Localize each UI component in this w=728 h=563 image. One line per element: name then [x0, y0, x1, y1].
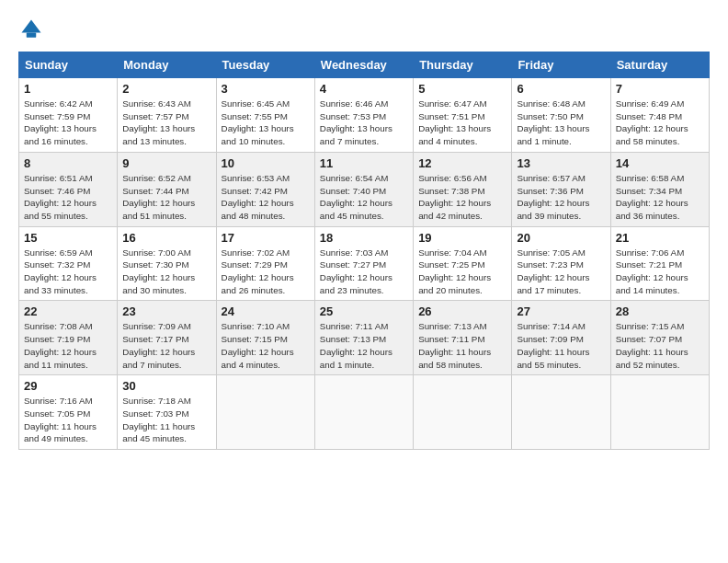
calendar-day-cell: 2Sunrise: 6:43 AM Sunset: 7:57 PM Daylig… — [118, 78, 216, 153]
logo-icon — [18, 17, 44, 42]
calendar-day-cell: 13Sunrise: 6:57 AM Sunset: 7:36 PM Dayli… — [512, 152, 610, 226]
calendar-day-cell: 29Sunrise: 7:16 AM Sunset: 7:05 PM Dayli… — [19, 375, 118, 450]
day-number: 15 — [24, 231, 112, 245]
day-number: 11 — [320, 156, 408, 170]
day-number: 8 — [24, 156, 112, 170]
day-detail: Sunrise: 7:03 AM Sunset: 7:27 PM Dayligh… — [320, 247, 408, 297]
day-number: 26 — [418, 304, 506, 318]
day-number: 3 — [222, 82, 310, 96]
day-detail: Sunrise: 6:58 AM Sunset: 7:34 PM Dayligh… — [616, 172, 704, 223]
calendar-day-cell: 3Sunrise: 6:45 AM Sunset: 7:55 PM Daylig… — [216, 78, 314, 153]
day-detail: Sunrise: 7:09 AM Sunset: 7:17 PM Dayligh… — [122, 320, 210, 371]
day-number: 28 — [616, 304, 704, 318]
calendar-week-row: 15Sunrise: 6:59 AM Sunset: 7:32 PM Dayli… — [19, 226, 710, 301]
weekday-header-wednesday: Wednesday — [314, 52, 413, 78]
day-detail: Sunrise: 7:16 AM Sunset: 7:05 PM Dayligh… — [24, 395, 112, 445]
calendar-day-cell: 17Sunrise: 7:02 AM Sunset: 7:29 PM Dayli… — [216, 226, 314, 301]
calendar-day-cell: 15Sunrise: 6:59 AM Sunset: 7:32 PM Dayli… — [19, 226, 118, 301]
day-detail: Sunrise: 6:48 AM Sunset: 7:50 PM Dayligh… — [517, 98, 605, 148]
day-number: 30 — [122, 379, 210, 393]
day-number: 27 — [517, 304, 605, 318]
calendar-day-cell: 20Sunrise: 7:05 AM Sunset: 7:23 PM Dayli… — [512, 226, 610, 301]
empty-cell — [314, 375, 413, 450]
calendar-day-cell: 16Sunrise: 7:00 AM Sunset: 7:30 PM Dayli… — [118, 226, 216, 301]
day-detail: Sunrise: 7:10 AM Sunset: 7:15 PM Dayligh… — [222, 320, 310, 371]
calendar-day-cell: 5Sunrise: 6:47 AM Sunset: 7:51 PM Daylig… — [414, 78, 512, 153]
calendar-week-row: 8Sunrise: 6:51 AM Sunset: 7:46 PM Daylig… — [19, 152, 710, 226]
day-detail: Sunrise: 6:52 AM Sunset: 7:44 PM Dayligh… — [122, 172, 210, 223]
day-number: 7 — [616, 82, 704, 96]
day-number: 25 — [320, 304, 408, 318]
day-number: 21 — [616, 231, 704, 245]
calendar-day-cell: 28Sunrise: 7:15 AM Sunset: 7:07 PM Dayli… — [610, 301, 709, 375]
weekday-header-saturday: Saturday — [610, 52, 709, 78]
calendar-day-cell: 14Sunrise: 6:58 AM Sunset: 7:34 PM Dayli… — [610, 152, 709, 226]
calendar-day-cell: 6Sunrise: 6:48 AM Sunset: 7:50 PM Daylig… — [512, 78, 610, 153]
calendar-day-cell: 24Sunrise: 7:10 AM Sunset: 7:15 PM Dayli… — [216, 301, 314, 375]
empty-cell — [414, 375, 512, 450]
day-detail: Sunrise: 7:04 AM Sunset: 7:25 PM Dayligh… — [418, 247, 506, 297]
day-detail: Sunrise: 7:00 AM Sunset: 7:30 PM Dayligh… — [122, 247, 210, 297]
day-number: 12 — [418, 156, 506, 170]
calendar-day-cell: 4Sunrise: 6:46 AM Sunset: 7:53 PM Daylig… — [314, 78, 413, 153]
day-detail: Sunrise: 6:59 AM Sunset: 7:32 PM Dayligh… — [24, 247, 112, 297]
day-number: 5 — [418, 82, 506, 96]
day-number: 2 — [122, 82, 210, 96]
calendar-week-row: 29Sunrise: 7:16 AM Sunset: 7:05 PM Dayli… — [19, 375, 710, 450]
day-detail: Sunrise: 6:47 AM Sunset: 7:51 PM Dayligh… — [418, 98, 506, 148]
day-number: 22 — [24, 304, 112, 318]
calendar-day-cell: 12Sunrise: 6:56 AM Sunset: 7:38 PM Dayli… — [414, 152, 512, 226]
day-number: 14 — [616, 156, 704, 170]
day-detail: Sunrise: 7:15 AM Sunset: 7:07 PM Dayligh… — [616, 320, 704, 371]
calendar-day-cell: 18Sunrise: 7:03 AM Sunset: 7:27 PM Dayli… — [314, 226, 413, 301]
day-number: 18 — [320, 231, 408, 245]
calendar-day-cell: 27Sunrise: 7:14 AM Sunset: 7:09 PM Dayli… — [512, 301, 610, 375]
calendar-day-cell: 9Sunrise: 6:52 AM Sunset: 7:44 PM Daylig… — [118, 152, 216, 226]
day-detail: Sunrise: 6:56 AM Sunset: 7:38 PM Dayligh… — [418, 172, 506, 223]
day-detail: Sunrise: 6:49 AM Sunset: 7:48 PM Dayligh… — [616, 98, 704, 148]
day-detail: Sunrise: 7:05 AM Sunset: 7:23 PM Dayligh… — [517, 247, 605, 297]
weekday-header-monday: Monday — [118, 52, 216, 78]
day-number: 13 — [517, 156, 605, 170]
calendar-day-cell: 23Sunrise: 7:09 AM Sunset: 7:17 PM Dayli… — [118, 301, 216, 375]
day-detail: Sunrise: 6:54 AM Sunset: 7:40 PM Dayligh… — [320, 172, 408, 223]
day-number: 19 — [418, 231, 506, 245]
calendar-week-row: 22Sunrise: 7:08 AM Sunset: 7:19 PM Dayli… — [19, 301, 710, 375]
calendar-day-cell: 30Sunrise: 7:18 AM Sunset: 7:03 PM Dayli… — [118, 375, 216, 450]
weekday-header-tuesday: Tuesday — [216, 52, 314, 78]
day-detail: Sunrise: 6:45 AM Sunset: 7:55 PM Dayligh… — [222, 98, 310, 148]
day-detail: Sunrise: 7:13 AM Sunset: 7:11 PM Dayligh… — [418, 320, 506, 371]
header — [18, 17, 710, 42]
weekday-header-sunday: Sunday — [19, 52, 118, 78]
day-detail: Sunrise: 7:08 AM Sunset: 7:19 PM Dayligh… — [24, 320, 112, 371]
calendar-day-cell: 10Sunrise: 6:53 AM Sunset: 7:42 PM Dayli… — [216, 152, 314, 226]
calendar-day-cell: 26Sunrise: 7:13 AM Sunset: 7:11 PM Dayli… — [414, 301, 512, 375]
day-detail: Sunrise: 6:43 AM Sunset: 7:57 PM Dayligh… — [122, 98, 210, 148]
day-number: 16 — [122, 231, 210, 245]
day-number: 20 — [517, 231, 605, 245]
weekday-header-row: SundayMondayTuesdayWednesdayThursdayFrid… — [19, 52, 710, 78]
calendar-day-cell: 21Sunrise: 7:06 AM Sunset: 7:21 PM Dayli… — [610, 226, 709, 301]
day-number: 17 — [222, 231, 310, 245]
day-detail: Sunrise: 7:06 AM Sunset: 7:21 PM Dayligh… — [616, 247, 704, 297]
logo — [18, 17, 48, 42]
calendar-day-cell: 22Sunrise: 7:08 AM Sunset: 7:19 PM Dayli… — [19, 301, 118, 375]
day-detail: Sunrise: 6:42 AM Sunset: 7:59 PM Dayligh… — [24, 98, 112, 148]
calendar-day-cell: 19Sunrise: 7:04 AM Sunset: 7:25 PM Dayli… — [414, 226, 512, 301]
calendar-table: SundayMondayTuesdayWednesdayThursdayFrid… — [18, 52, 710, 450]
day-detail: Sunrise: 6:51 AM Sunset: 7:46 PM Dayligh… — [24, 172, 112, 223]
day-number: 29 — [24, 379, 112, 393]
weekday-header-friday: Friday — [512, 52, 610, 78]
weekday-header-thursday: Thursday — [414, 52, 512, 78]
svg-marker-0 — [22, 20, 41, 33]
day-detail: Sunrise: 6:53 AM Sunset: 7:42 PM Dayligh… — [222, 172, 310, 223]
page-container: SundayMondayTuesdayWednesdayThursdayFrid… — [0, 0, 728, 459]
day-number: 1 — [24, 82, 112, 96]
day-number: 6 — [517, 82, 605, 96]
calendar-day-cell: 11Sunrise: 6:54 AM Sunset: 7:40 PM Dayli… — [314, 152, 413, 226]
empty-cell — [610, 375, 709, 450]
empty-cell — [216, 375, 314, 450]
calendar-day-cell: 1Sunrise: 6:42 AM Sunset: 7:59 PM Daylig… — [19, 78, 118, 153]
day-number: 23 — [122, 304, 210, 318]
calendar-day-cell: 25Sunrise: 7:11 AM Sunset: 7:13 PM Dayli… — [314, 301, 413, 375]
